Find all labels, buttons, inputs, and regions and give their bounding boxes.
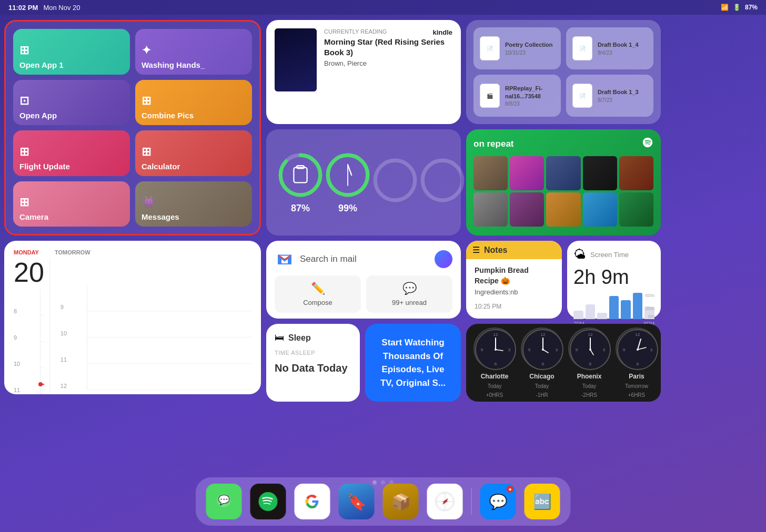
shortcut-washing-hands[interactable]: ✦ Washing Hands_	[135, 29, 252, 75]
gmail-user-avatar[interactable]	[435, 250, 452, 268]
flight-update-label: Flight Update	[19, 162, 70, 171]
kindle-widget[interactable]: MORNING STARPIERCEBROWN CURRENTLY READIN…	[266, 20, 461, 124]
clock-face-chicago: 12 3 6 9	[521, 328, 563, 370]
file-item-2[interactable]: 🎬 RPReplay_Fi-nal16...73548 8/8/23	[473, 75, 561, 117]
messages-badge-icon: 💬	[489, 493, 507, 510]
shortcut-flight-update[interactable]: ⊞ Flight Update	[13, 130, 130, 176]
spotify-widget[interactable]: on repeat	[466, 129, 661, 236]
calculator-label: Calculator	[142, 162, 180, 171]
gmail-unread-button[interactable]: 💬 99+ unread	[366, 275, 452, 313]
battery-percent: 87%	[745, 4, 758, 11]
screentime-time-display: 2h 9m	[573, 266, 654, 289]
calculator-icon: ⊞	[142, 145, 151, 159]
screentime-widget[interactable]: 🌤 Screen Time 2h 9m 60m 30m 0m 2PM 8PM	[567, 241, 661, 319]
file-date-3: 8/7/23	[598, 97, 639, 103]
cal-header: MONDAY TOMORROW	[14, 249, 251, 255]
clock-offset-chicago-hrs: -1HR	[536, 392, 548, 398]
chart-bar-4	[621, 300, 631, 319]
kindle-author: Brown, Pierce	[324, 59, 452, 67]
file-item-3[interactable]: 📄 Draft Book 1_3 8/7/23	[566, 75, 653, 117]
spotify-album-grid	[473, 156, 653, 227]
file-date-2: 8/8/23	[505, 101, 555, 107]
gmail-compose-button[interactable]: ✏️ Compose	[275, 275, 361, 313]
cal-line-1	[41, 315, 44, 342]
sleep-title: Sleep	[288, 333, 311, 343]
shortcut-calculator[interactable]: ⊞ Calculator	[135, 130, 252, 176]
svg-line-6	[348, 165, 351, 175]
album-thumb-0	[473, 156, 508, 190]
file-details-0: Poetry Collection 10/31/23	[505, 41, 552, 55]
svg-text:9: 9	[576, 347, 578, 352]
notes-content: Pumpkin Bread Recipe 🎃	[475, 265, 553, 286]
dock-safari-app[interactable]	[427, 484, 463, 519]
washing-hands-label: Washing Hands_	[142, 60, 205, 69]
shortcut-messages[interactable]: 👾 Messages	[135, 181, 252, 227]
dock-widgetsmith-app[interactable]: 🔤	[525, 484, 560, 519]
sleep-sublabel: TIME ASLEEP	[275, 350, 351, 356]
dock-readwise-app[interactable]: 🔖	[339, 484, 375, 519]
clock-city-phoenix: Phoenix	[577, 373, 602, 380]
cal-tomorrow-time-9: 9	[61, 285, 87, 311]
file-details-3: Draft Book 1_3 8/7/23	[598, 88, 639, 103]
clock-offset-paris: Tomorrow	[625, 383, 648, 389]
sleep-nodata-container: No Data Today	[275, 362, 351, 374]
cal-date-number: 20	[14, 259, 44, 286]
screentime-chart: 60m 30m 0m	[573, 293, 654, 319]
combine-pics-label: Combine Pics	[142, 111, 194, 120]
album-thumb-5	[473, 192, 508, 227]
open-app-1-icon: ⊞	[19, 44, 29, 57]
gmail-compose-label: Compose	[303, 299, 332, 306]
svg-point-43	[637, 349, 639, 351]
cal-lines	[40, 289, 44, 394]
circle-svg-3	[419, 157, 466, 204]
video-widget[interactable]: Start Watching Thousands Of Episodes, Li…	[365, 324, 461, 402]
file-date-0: 10/31/23	[505, 50, 552, 56]
dock-google-app[interactable]	[295, 484, 330, 519]
chart-min-label: 0m	[648, 314, 654, 319]
shortcut-open-app[interactable]: ⊡ Open App	[13, 80, 130, 126]
circle-item-0: 87%	[277, 151, 324, 214]
clock-phoenix: 12 3 6 9 Phoenix Today -2HRS	[568, 328, 610, 398]
svg-text:9: 9	[528, 347, 531, 352]
shortcut-camera[interactable]: ⊞ Camera	[13, 181, 130, 227]
dock-spotify-app[interactable]	[250, 484, 286, 519]
sleep-widget[interactable]: 🛏 Sleep TIME ASLEEP No Data Today	[266, 324, 360, 402]
clocks-widget: 12 3 6 9 Charlotte Today +0HRS 12 3	[466, 324, 661, 402]
dock-messages-badge-app[interactable]: 💬 ●	[480, 484, 516, 519]
shortcut-open-app-1[interactable]: ⊞ Open App 1	[13, 29, 130, 75]
svg-text:6: 6	[495, 362, 497, 366]
clock-face-phoenix: 12 3 6 9	[568, 328, 610, 370]
calendar-widget[interactable]: MONDAY TOMORROW 20 8 9 10 11	[4, 241, 261, 394]
svg-text:9: 9	[481, 347, 483, 352]
dock-messages-app[interactable]: 💬	[206, 484, 242, 519]
files-widget[interactable]: 📄 Poetry Collection 10/31/23 📄 Draft Boo…	[466, 20, 661, 124]
status-bar: 11:02 PM Mon Nov 20 📶 🔋 87%	[0, 0, 766, 15]
file-item-1[interactable]: 📄 Draft Book 1_4 9/4/23	[566, 27, 653, 69]
svg-text:6: 6	[542, 362, 545, 366]
file-item-0[interactable]: 📄 Poetry Collection 10/31/23	[473, 27, 561, 69]
gmail-compose-icon: ✏️	[311, 282, 325, 295]
clock-face-paris: 12 3 6 9	[616, 328, 658, 370]
sleep-header: 🛏 Sleep	[275, 332, 351, 343]
gmail-search-text[interactable]: Search in mail	[300, 254, 429, 264]
clock-charlotte: 12 3 6 9 Charlotte Today +0HRS	[473, 328, 516, 398]
file-details-2: RPReplay_Fi-nal16...73548 8/8/23	[505, 85, 555, 107]
gmail-widget[interactable]: Search in mail ✏️ Compose 💬 99+ unread	[266, 241, 461, 319]
circle-label-0: 87%	[291, 203, 310, 214]
cal-tomorrow-line-1	[87, 311, 251, 337]
gmail-search-bar[interactable]: Search in mail	[275, 249, 452, 269]
svg-text:12: 12	[636, 332, 640, 337]
svg-text:12: 12	[493, 332, 498, 337]
file-name-3: Draft Book 1_3	[598, 88, 639, 96]
shortcut-combine-pics[interactable]: ⊞ Combine Pics	[135, 80, 252, 126]
flight-update-icon: ⊞	[19, 145, 29, 159]
notes-widget[interactable]: ☰ Notes Pumpkin Bread Recipe 🎃 Ingredien…	[466, 241, 562, 319]
notes-header-icon: ☰	[472, 245, 480, 255]
dock-deliveries-app[interactable]: 📦	[383, 484, 419, 519]
messages-icon: 👾	[142, 196, 156, 209]
chart-bar-5	[633, 293, 643, 319]
washing-hands-icon: ✦	[142, 44, 151, 57]
svg-point-27	[542, 349, 544, 351]
cal-tomorrow-lines	[87, 285, 251, 390]
svg-rect-2	[294, 167, 307, 182]
